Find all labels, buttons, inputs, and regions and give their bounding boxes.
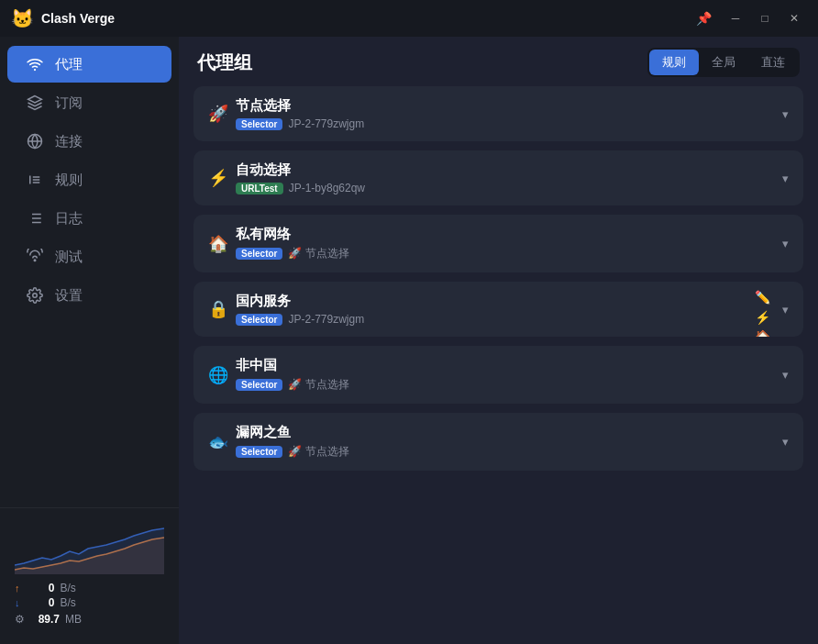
pin-button[interactable]: 📌 bbox=[696, 11, 712, 26]
traffic-chart bbox=[15, 519, 164, 574]
sidebar-label-subscribe: 订阅 bbox=[55, 94, 83, 112]
titlebar-controls: 📌 ─ □ ✕ bbox=[696, 9, 807, 28]
svg-point-16 bbox=[33, 294, 38, 298]
proxy-list[interactable]: 🚀 节点选择 Selector JP-2-779zwjgm ▾ ⚡ 自动选择 U… bbox=[179, 86, 818, 644]
sidebar-item-proxy[interactable]: 代理 bbox=[7, 46, 171, 83]
group-header-content-leaky-fish: 漏网之鱼 Selector 🚀 节点选择 bbox=[236, 424, 782, 460]
group-current-domestic-service: JP-2-779zwjgm bbox=[288, 313, 364, 326]
group-chevron-leaky-fish: ▾ bbox=[782, 435, 789, 449]
sidebar-footer: ↑ 0 B/s ↓ 0 B/s ⚙ 89.7 MB bbox=[0, 507, 179, 637]
gear-icon bbox=[26, 286, 44, 305]
content-header: 代理组 规则全局直连 bbox=[179, 37, 818, 86]
group-tag-non-china: Selector bbox=[236, 379, 282, 391]
app-title: Clash Verge bbox=[41, 11, 115, 26]
group-info-non-china: Selector 🚀 节点选择 bbox=[236, 377, 782, 393]
group-current-private-network: 🚀 节点选择 bbox=[288, 246, 348, 261]
proxy-group-non-china: 🌐 非中国 Selector 🚀 节点选择 ▾ bbox=[193, 346, 803, 404]
group-name-leaky-fish: 漏网之鱼 bbox=[236, 424, 782, 441]
layers-icon bbox=[26, 94, 44, 112]
tab-global[interactable]: 全局 bbox=[699, 50, 748, 75]
group-header-content-node-select: 节点选择 Selector JP-2-779zwjgm bbox=[236, 97, 782, 130]
upload-unit: B/s bbox=[61, 582, 76, 594]
group-icon-private-network: 🏠 bbox=[208, 234, 228, 254]
group-header-content-non-china: 非中国 Selector 🚀 节点选择 bbox=[236, 357, 782, 393]
group-tag-auto-select: URLTest bbox=[236, 183, 283, 194]
content-area: 代理组 规则全局直连 🚀 节点选择 Selector JP-2-779zwjgm… bbox=[179, 37, 818, 644]
group-tag-leaky-fish: Selector bbox=[236, 446, 282, 458]
list-icon bbox=[26, 209, 44, 228]
proxy-group-leaky-fish: 🐟 漏网之鱼 Selector 🚀 节点选择 ▾ bbox=[193, 413, 803, 471]
group-name-private-network: 私有网络 bbox=[236, 226, 782, 243]
proxy-group-node-select: 🚀 节点选择 Selector JP-2-779zwjgm ▾ bbox=[193, 86, 803, 141]
titlebar-left: 🐱 Clash Verge bbox=[11, 7, 115, 29]
side-icon-2: 🏠 bbox=[755, 328, 770, 337]
sidebar-item-subscribe[interactable]: 订阅 bbox=[7, 84, 171, 121]
download-stat: ↓ 0 B/s bbox=[15, 596, 164, 609]
group-tag-domestic-service: Selector bbox=[236, 314, 282, 326]
group-current-node-select: JP-2-779zwjgm bbox=[288, 117, 364, 130]
sidebar-item-test[interactable]: 测试 bbox=[7, 239, 171, 275]
group-info-private-network: Selector 🚀 节点选择 bbox=[236, 246, 782, 261]
total-icon: ⚙ bbox=[15, 613, 25, 626]
app-logo-icon: 🐱 bbox=[11, 7, 34, 29]
group-chevron-private-network: ▾ bbox=[782, 237, 789, 250]
tab-direct[interactable]: 直连 bbox=[748, 50, 798, 75]
group-name-auto-select: 自动选择 bbox=[236, 161, 782, 179]
upload-arrow-icon: ↑ bbox=[15, 583, 20, 594]
proxy-group-domestic-service: 🔒 国内服务 Selector JP-2-779zwjgm ✏️⚡🏠🔒🌐🐟 ▾ bbox=[193, 282, 803, 337]
sidebar-label-rules: 规则 bbox=[55, 172, 83, 189]
minimize-button[interactable]: ─ bbox=[723, 9, 748, 28]
group-icon-auto-select: ⚡ bbox=[208, 168, 228, 188]
download-arrow-icon: ↓ bbox=[15, 597, 20, 608]
svg-marker-1 bbox=[28, 96, 42, 104]
main-layout: 代理 订阅 连接 规则 日志 测试 设置 bbox=[0, 37, 818, 644]
proxy-group-header-auto-select[interactable]: ⚡ 自动选择 URLTest JP-1-by8g62qw ▾ bbox=[193, 150, 803, 205]
group-current-non-china: 🚀 节点选择 bbox=[288, 377, 348, 393]
globe-icon bbox=[26, 132, 44, 150]
proxy-group-auto-select: ⚡ 自动选择 URLTest JP-1-by8g62qw ▾ bbox=[193, 150, 803, 205]
download-value: 0 bbox=[26, 596, 55, 609]
proxy-group-private-network: 🏠 私有网络 Selector 🚀 节点选择 ▾ bbox=[193, 215, 803, 272]
upload-stat: ↑ 0 B/s bbox=[15, 582, 164, 594]
group-info-domestic-service: Selector JP-2-779zwjgm bbox=[236, 313, 782, 326]
group-icon-non-china: 🌐 bbox=[208, 365, 228, 385]
group-chevron-auto-select: ▾ bbox=[782, 172, 789, 185]
sidebar-item-settings[interactable]: 设置 bbox=[7, 277, 171, 314]
group-name-non-china: 非中国 bbox=[236, 357, 782, 374]
group-tag-private-network: Selector bbox=[236, 248, 282, 260]
group-icon-node-select: 🚀 bbox=[208, 104, 228, 124]
group-icon-leaky-fish: 🐟 bbox=[208, 432, 228, 452]
group-name-domestic-service: 国内服务 bbox=[236, 293, 782, 310]
sidebar-label-proxy: 代理 bbox=[55, 56, 83, 73]
sidebar-label-connections: 连接 bbox=[55, 133, 83, 150]
proxy-group-header-domestic-service[interactable]: 🔒 国内服务 Selector JP-2-779zwjgm ✏️⚡🏠🔒🌐🐟 ▾ bbox=[193, 282, 803, 337]
proxy-group-header-leaky-fish[interactable]: 🐟 漏网之鱼 Selector 🚀 节点选择 ▾ bbox=[193, 413, 803, 471]
total-unit: MB bbox=[65, 613, 82, 626]
group-tag-node-select: Selector bbox=[236, 118, 282, 130]
sidebar-item-connections[interactable]: 连接 bbox=[7, 123, 171, 160]
group-chevron-domestic-service: ▾ bbox=[782, 303, 789, 316]
proxy-group-header-private-network[interactable]: 🏠 私有网络 Selector 🚀 节点选择 ▾ bbox=[193, 215, 803, 272]
wifi-icon bbox=[26, 55, 44, 73]
group-header-content-private-network: 私有网络 Selector 🚀 节点选择 bbox=[236, 226, 782, 261]
close-button[interactable]: ✕ bbox=[781, 9, 807, 28]
total-value: 89.7 bbox=[30, 613, 60, 626]
sidebar: 代理 订阅 连接 规则 日志 测试 设置 bbox=[0, 37, 179, 644]
signal-icon bbox=[26, 248, 44, 266]
sidebar-label-settings: 设置 bbox=[55, 287, 83, 305]
group-icon-domestic-service: 🔒 bbox=[208, 299, 228, 319]
group-info-node-select: Selector JP-2-779zwjgm bbox=[236, 117, 782, 130]
page-title: 代理组 bbox=[197, 50, 252, 75]
maximize-button[interactable]: □ bbox=[752, 9, 778, 28]
group-chevron-non-china: ▾ bbox=[782, 368, 789, 382]
proxy-group-header-node-select[interactable]: 🚀 节点选择 Selector JP-2-779zwjgm ▾ bbox=[193, 86, 803, 141]
group-side-icons-domestic-service: ✏️⚡🏠🔒🌐🐟 bbox=[755, 289, 770, 337]
group-current-leaky-fish: 🚀 节点选择 bbox=[288, 444, 348, 460]
proxy-group-header-non-china[interactable]: 🌐 非中国 Selector 🚀 节点选择 ▾ bbox=[193, 346, 803, 404]
tab-rules[interactable]: 规则 bbox=[649, 50, 699, 75]
sidebar-item-rules[interactable]: 规则 bbox=[7, 161, 171, 198]
group-info-leaky-fish: Selector 🚀 节点选择 bbox=[236, 444, 782, 460]
svg-point-15 bbox=[34, 260, 36, 261]
sidebar-label-test: 测试 bbox=[55, 249, 83, 266]
sidebar-item-logs[interactable]: 日志 bbox=[7, 200, 171, 237]
